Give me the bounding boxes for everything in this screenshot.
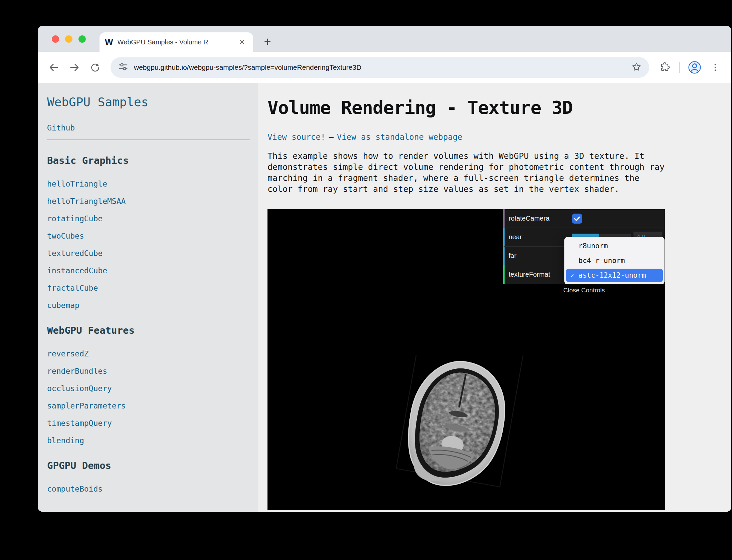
forward-button[interactable] — [66, 59, 83, 76]
tab-title-fade — [209, 38, 232, 46]
sample-main: Volume Rendering - Texture 3D View sourc… — [258, 83, 731, 512]
desktop-background: W WebGPU Samples - Volume R × + — [0, 0, 732, 560]
sample-links: View source!—View as standalone webpage — [267, 132, 731, 142]
reload-button[interactable] — [86, 59, 104, 76]
github-link[interactable]: Github — [47, 123, 75, 132]
webgpu-canvas[interactable]: rotateCamera near 4.0 — [267, 209, 665, 510]
texture-format-dropdown: r8unorm bc4-r-unorm ✓ astc-12x12-unorm — [564, 237, 665, 284]
checkmark-icon — [573, 215, 581, 223]
browser-window: W WebGPU Samples - Volume R × + — [38, 26, 731, 512]
sidebar-item-reversedZ[interactable]: reversedZ — [47, 349, 250, 358]
sidebar-item-cubemap[interactable]: cubemap — [47, 301, 250, 310]
rotate-camera-label: rotateCamera — [509, 215, 569, 222]
sidebar-item-timestampQuery[interactable]: timestampQuery — [47, 419, 250, 428]
sidebar-item-samplerParameters[interactable]: samplerParameters — [47, 401, 250, 410]
profile-avatar[interactable] — [686, 59, 703, 76]
browser-tab[interactable]: W WebGPU Samples - Volume R × — [100, 32, 253, 52]
far-label: far — [509, 252, 569, 260]
minimize-window-button[interactable] — [65, 35, 72, 43]
sidebar-item-occlusionQuery[interactable]: occlusionQuery — [47, 384, 250, 393]
section-heading-gpgpu-demos: GPGPU Demos — [47, 460, 250, 471]
sidebar-title: WebGPU Samples — [47, 95, 250, 109]
dropdown-option-astc-12x12-unorm-selected[interactable]: ✓ astc-12x12-unorm — [566, 269, 663, 282]
address-bar[interactable]: webgpu.github.io/webgpu-samples/?sample=… — [111, 57, 649, 78]
sidebar-item-fractalCube[interactable]: fractalCube — [47, 284, 250, 293]
page-content: WebGPU Samples Github Basic Graphics hel… — [38, 83, 731, 512]
near-label: near — [509, 233, 569, 241]
back-button[interactable] — [45, 59, 62, 76]
page-title: Volume Rendering - Texture 3D — [267, 98, 731, 118]
dropdown-option-label: r8unorm — [578, 242, 608, 250]
toolbar-divider — [679, 62, 680, 73]
tab-strip: W WebGPU Samples - Volume R × + — [38, 26, 731, 52]
gui-row-rotate-camera: rotateCamera — [503, 209, 665, 228]
view-source-link[interactable]: View source! — [267, 132, 325, 142]
sidebar-item-texturedCube[interactable]: texturedCube — [47, 249, 250, 258]
dropdown-option-label: astc-12x12-unorm — [578, 271, 646, 279]
site-settings-icon[interactable] — [118, 61, 129, 73]
sidebar-item-renderBundles[interactable]: renderBundles — [47, 367, 250, 376]
extensions-puzzle-icon[interactable] — [656, 59, 673, 76]
dropdown-option-r8unorm[interactable]: r8unorm — [564, 239, 665, 253]
sample-description: This example shows how to render volumes… — [267, 151, 665, 195]
webgpu-favicon-icon: W — [105, 37, 113, 47]
close-window-button[interactable] — [52, 35, 59, 43]
sidebar-item-instancedCube[interactable]: instancedCube — [47, 266, 250, 275]
sidebar-item-helloTriangleMSAA[interactable]: helloTriangleMSAA — [47, 197, 250, 206]
window-controls — [52, 35, 86, 43]
section-heading-basic-graphics: Basic Graphics — [47, 155, 250, 166]
sidebar-item-rotatingCube[interactable]: rotatingCube — [47, 214, 250, 223]
close-controls-button[interactable]: Close Controls — [503, 284, 665, 297]
tab-title: WebGPU Samples - Volume R — [118, 38, 232, 46]
dropdown-option-label: bc4-r-unorm — [578, 257, 625, 265]
samples-sidebar: WebGPU Samples Github Basic Graphics hel… — [38, 83, 258, 512]
link-separator: — — [329, 132, 333, 142]
rotate-camera-checkbox[interactable] — [572, 214, 582, 224]
new-tab-button[interactable]: + — [260, 34, 275, 49]
dropdown-option-bc4-r-unorm[interactable]: bc4-r-unorm — [564, 253, 665, 268]
sidebar-item-blending[interactable]: blending — [47, 436, 250, 445]
bookmark-star-icon[interactable] — [631, 61, 642, 73]
sidebar-item-twoCubes[interactable]: twoCubes — [47, 232, 250, 241]
section-heading-webgpu-features: WebGPU Features — [47, 325, 250, 336]
url-text: webgpu.github.io/webgpu-samples/?sample=… — [134, 63, 626, 71]
menu-kebab-icon[interactable] — [707, 59, 724, 76]
texture-format-label: textureFormat — [509, 271, 569, 278]
sidebar-divider — [47, 139, 250, 140]
sidebar-item-computeBoids[interactable]: computeBoids — [47, 485, 250, 494]
browser-toolbar: webgpu.github.io/webgpu-samples/?sample=… — [38, 52, 731, 83]
standalone-link[interactable]: View as standalone webpage — [337, 132, 463, 142]
mri-brain-image — [385, 355, 526, 492]
checkmark-icon: ✓ — [566, 272, 578, 279]
sidebar-item-helloTriangle[interactable]: helloTriangle — [47, 180, 250, 189]
tab-close-icon[interactable]: × — [236, 36, 248, 48]
zoom-window-button[interactable] — [78, 35, 86, 43]
